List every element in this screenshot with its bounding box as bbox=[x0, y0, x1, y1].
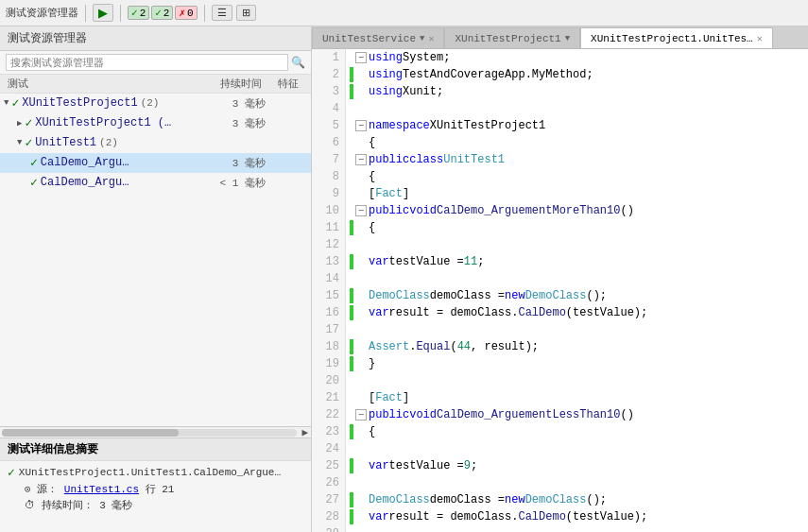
toolbar-title: 测试资源管理器 bbox=[6, 6, 78, 20]
status-check-icon: ✓ bbox=[25, 135, 32, 150]
coverage-indicator bbox=[350, 220, 353, 235]
code-line: − public class UnitTest1 bbox=[346, 151, 808, 168]
code-token: class bbox=[409, 151, 443, 168]
collapse-icon[interactable]: − bbox=[355, 154, 367, 165]
code-token: 11 bbox=[464, 253, 477, 270]
line-number: 17 bbox=[312, 321, 345, 338]
horizontal-scrollbar[interactable]: ▶ bbox=[0, 426, 311, 438]
status-check-icon: ✓ bbox=[25, 115, 32, 130]
tree-item[interactable]: ▼ ✓ UnitTest1 (2) bbox=[0, 133, 311, 153]
group-button[interactable]: ⊞ bbox=[236, 5, 256, 21]
no-coverage-indicator bbox=[350, 475, 353, 490]
search-icon: 🔍 bbox=[291, 56, 305, 70]
code-line bbox=[346, 525, 808, 532]
tree-column-headers: 测试 持续时间 特征 bbox=[0, 75, 311, 94]
code-line: − public void CalDemo_ArguementMoreThan1… bbox=[346, 202, 808, 219]
code-line: { bbox=[346, 423, 808, 440]
tab-unittest-service[interactable]: UnitTestService ▼ ✕ bbox=[312, 27, 444, 48]
code-line: { bbox=[346, 168, 808, 185]
code-token: Fact bbox=[375, 185, 403, 202]
toolbar: 测试资源管理器 ▶ ✓ 2 ✓ 2 ✗ 0 ☰ ⊞ bbox=[0, 0, 808, 26]
options-button[interactable]: ☰ bbox=[212, 5, 232, 21]
code-token: ( bbox=[450, 338, 456, 355]
code-line: − public void CalDemo_ArguementLessThan1… bbox=[346, 406, 808, 423]
line-number: 19 bbox=[312, 355, 345, 372]
timer-icon: ⏱ bbox=[25, 500, 35, 511]
line-number: 12 bbox=[312, 236, 345, 253]
test-tree[interactable]: ▼ ✓ XUnitTestProject1 (2) 3 毫秒 ▶ ✓ XUnit… bbox=[0, 94, 311, 426]
code-line bbox=[346, 474, 808, 491]
code-token: { bbox=[369, 423, 375, 440]
tree-item[interactable]: ▶ ✓ XUnitTestProject1 (… 3 毫秒 bbox=[0, 113, 311, 133]
collapse-icon[interactable]: − bbox=[355, 205, 367, 216]
item-label: CalDemo_Argu… bbox=[41, 176, 129, 189]
line-number: 23 bbox=[312, 423, 345, 440]
coverage-indicator bbox=[350, 84, 353, 99]
code-token: var bbox=[369, 253, 389, 270]
tab-unittest-active[interactable]: XUnitTestProject1.UnitTes… ✕ bbox=[580, 27, 773, 48]
expand-icon: ▼ bbox=[4, 98, 9, 108]
code-token: Equal bbox=[416, 338, 450, 355]
no-coverage-indicator bbox=[350, 152, 353, 167]
code-token: CalDemo bbox=[518, 304, 565, 321]
line-number: 26 bbox=[312, 474, 345, 491]
scrollbar-thumb[interactable] bbox=[2, 429, 179, 437]
separator-2 bbox=[120, 5, 121, 22]
collapse-icon[interactable]: − bbox=[355, 120, 367, 131]
coverage-indicator bbox=[350, 67, 353, 82]
tab-xunit-project[interactable]: XUnitTestProject1 ▼ bbox=[444, 27, 580, 48]
code-token: ; bbox=[471, 457, 477, 474]
fail-badge: ✗ 0 bbox=[175, 6, 197, 20]
code-line: { bbox=[346, 134, 808, 151]
line-number: 7 bbox=[312, 151, 345, 168]
code-line: } bbox=[346, 355, 808, 372]
code-line: DemoClass demoClass = new DemoClass(); bbox=[346, 287, 808, 304]
no-coverage-indicator bbox=[350, 203, 353, 218]
col-trait-header: 特征 bbox=[269, 77, 307, 91]
line-number: 2 bbox=[312, 66, 345, 83]
collapse-icon[interactable]: − bbox=[355, 52, 367, 63]
pass-count: 2 bbox=[140, 8, 146, 19]
run-all-button[interactable]: ▶ bbox=[93, 4, 113, 22]
tab-dropdown-icon[interactable]: ▼ bbox=[420, 34, 424, 43]
code-token: testValue = bbox=[389, 253, 464, 270]
col-name-header: 测试 bbox=[4, 77, 213, 91]
line-number: 5 bbox=[312, 117, 345, 134]
code-token: . bbox=[409, 338, 416, 355]
line-number: 14 bbox=[312, 270, 345, 287]
line-number: 8 bbox=[312, 168, 345, 185]
code-area[interactable]: −using System;using TestAndCoverageApp.M… bbox=[346, 49, 808, 532]
code-token: (testValue); bbox=[566, 508, 647, 525]
item-label: XUnitTestProject1 (… bbox=[35, 116, 171, 129]
no-coverage-indicator bbox=[350, 101, 353, 116]
code-line bbox=[346, 372, 808, 389]
no-coverage-indicator bbox=[350, 169, 353, 184]
tree-item[interactable]: ✓ CalDemo_Argu… < 1 毫秒 bbox=[0, 173, 311, 193]
code-token: 9 bbox=[464, 457, 471, 474]
line-number: 22 bbox=[312, 406, 345, 423]
source-link[interactable]: UnitTest1.cs bbox=[64, 484, 139, 495]
code-token: var bbox=[369, 457, 389, 474]
options-icon: ☰ bbox=[217, 7, 227, 19]
code-line: { bbox=[346, 219, 808, 236]
code-token: demoClass = bbox=[430, 287, 505, 304]
code-token: public bbox=[369, 406, 409, 423]
tree-item[interactable]: ✓ CalDemo_Argu… 3 毫秒 bbox=[0, 153, 311, 173]
tree-item[interactable]: ▼ ✓ XUnitTestProject1 (2) 3 毫秒 bbox=[0, 94, 311, 113]
code-token: CalDemo bbox=[518, 508, 565, 525]
test-name-row: ✓ XUnitTestProject1.UnitTest1.CalDemo_Ar… bbox=[8, 465, 303, 480]
tab-close-icon[interactable]: ✕ bbox=[428, 33, 434, 44]
tab-close-icon[interactable]: ✕ bbox=[757, 33, 763, 44]
item-duration: 3 毫秒 bbox=[213, 116, 269, 130]
code-token: System; bbox=[403, 49, 450, 66]
tab-dropdown-icon[interactable]: ▼ bbox=[565, 34, 570, 43]
code-token: UnitTest1 bbox=[443, 151, 505, 168]
collapse-icon[interactable]: − bbox=[355, 409, 367, 420]
line-number: 15 bbox=[312, 287, 345, 304]
code-token: CalDemo_ArguementLessThan10 bbox=[437, 406, 620, 423]
code-line: Assert.Equal(44, result); bbox=[346, 338, 808, 355]
scrollbar-track[interactable] bbox=[2, 429, 297, 437]
duration-row: ⏱ 持续时间： 3 毫秒 bbox=[8, 498, 303, 512]
search-input[interactable] bbox=[6, 54, 288, 71]
line-number: 3 bbox=[312, 83, 345, 100]
